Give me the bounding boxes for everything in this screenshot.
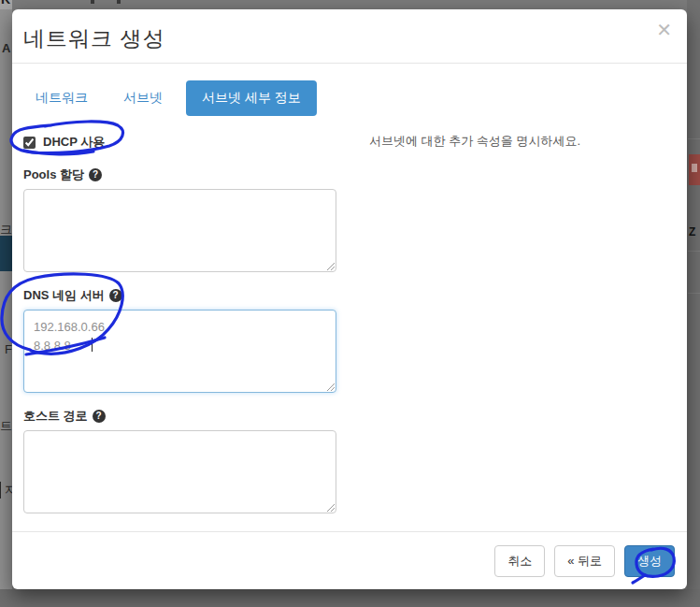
tab-subnet[interactable]: 서브넷 — [111, 80, 175, 116]
modal-title: 네트워크 생성 — [23, 26, 164, 51]
modal-header: 네트워크 생성 ✕ — [12, 9, 687, 64]
help-icon[interactable]: ? — [109, 289, 122, 302]
host-routes-field-wrap — [23, 430, 336, 513]
cancel-button[interactable]: 취소 — [494, 545, 545, 577]
dimmed-text-fragment: A — [2, 41, 10, 55]
dimmed-divider — [688, 138, 700, 139]
host-routes-textarea[interactable] — [23, 430, 336, 513]
tab-subnet-details[interactable]: 서브넷 세부 정보 — [186, 80, 317, 116]
modal-footer: 취소 « 뒤로 생성 — [12, 531, 687, 589]
form-column: DHCP 사용 Pools 할당 ? DNS 네임 서버 ? 192.168.0… — [23, 125, 349, 528]
dhcp-checkbox-row: DHCP 사용 — [23, 133, 349, 152]
dns-label: DNS 네임 서버 ? — [23, 287, 349, 304]
dimmed-logo-corner: K — [0, 0, 12, 9]
text-caret — [92, 338, 93, 352]
dimmed-text-fragment — [91, 0, 94, 4]
host-routes-label: 호스트 경로 ? — [23, 408, 349, 425]
create-network-modal: 네트워크 생성 ✕ 네트워크 서브넷 서브넷 세부 정보 DHCP 사용 Poo… — [12, 9, 687, 589]
dimmed-danger-button-fragment — [689, 154, 700, 185]
dimmed-sidebar-strip — [0, 0, 12, 589]
dimmed-bottom-strip — [0, 589, 700, 607]
pools-field-wrap — [23, 189, 336, 272]
pools-textarea[interactable] — [23, 189, 336, 272]
create-button[interactable]: 생성 — [624, 545, 675, 577]
wizard-tabs: 네트워크 서브넷 서브넷 세부 정보 — [23, 80, 674, 116]
help-icon[interactable]: ? — [93, 410, 106, 423]
dhcp-checkbox[interactable] — [23, 137, 36, 149]
dns-field-wrap: 192.168.0.66 8.8.8.8 — [23, 310, 336, 393]
help-column: 서브넷에 대한 추가 속성을 명시하세요. — [349, 125, 674, 528]
dimmed-top-strip — [12, 0, 687, 9]
pools-label: Pools 할당 ? — [23, 166, 349, 183]
dimmed-text-fragment: Z — [689, 225, 695, 238]
dimmed-menu-fragment: 트 — [0, 418, 12, 435]
back-button[interactable]: « 뒤로 — [554, 545, 615, 577]
dimmed-text-fragment — [117, 0, 121, 4]
dimmed-trash-icon — [692, 164, 697, 172]
dimmed-divider — [688, 293, 700, 294]
subnet-details-description: 서브넷에 대한 추가 속성을 명시하세요. — [369, 133, 674, 150]
logo-fragment: K — [1, 0, 10, 7]
tab-network[interactable]: 네트워크 — [23, 80, 100, 116]
dimmed-table-strip — [687, 0, 700, 589]
dhcp-checkbox-label[interactable]: DHCP 사용 — [43, 134, 105, 151]
close-icon[interactable]: ✕ — [656, 21, 672, 39]
dns-textarea[interactable]: 192.168.0.66 8.8.8.8 — [23, 310, 336, 393]
dimmed-selected-menu-item — [0, 236, 12, 271]
dimmed-divider — [688, 251, 700, 252]
help-icon[interactable]: ? — [89, 168, 102, 181]
dimmed-text-fragment: F — [5, 342, 12, 356]
modal-body: 네트워크 서브넷 서브넷 세부 정보 DHCP 사용 Pools 할당 ? — [12, 64, 687, 528]
